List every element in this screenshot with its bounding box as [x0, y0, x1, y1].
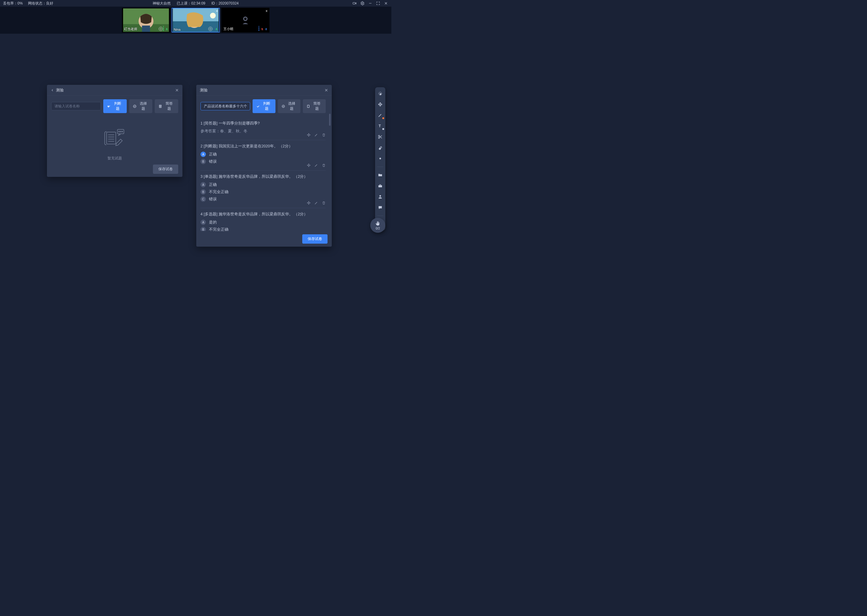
video-name: 王小明 — [223, 27, 233, 31]
laser-dot-icon[interactable] — [377, 155, 383, 162]
close-icon[interactable]: ✕ — [175, 88, 179, 93]
packet-loss: 丢包率：0% — [3, 1, 22, 6]
move-question-icon[interactable] — [307, 201, 311, 205]
question-title: 4 [多选题] 施华洛世奇是反华品牌，所以梁鼎琪反华。 （2分） — [200, 211, 326, 217]
mic-icon — [163, 26, 168, 31]
close-window-icon[interactable] — [383, 1, 388, 6]
video-tile-teacher[interactable]: 叮当老师 — [122, 8, 170, 33]
chat-icon[interactable] — [377, 204, 383, 211]
video-name: Nina — [174, 28, 181, 31]
network-status: 网络状态：良好 — [28, 1, 53, 6]
tab-choice[interactable]: 选择题 — [278, 99, 301, 113]
pencil-icon[interactable] — [377, 112, 383, 118]
option-row[interactable]: B不完全正确 — [200, 227, 326, 231]
question-block: 4 [多选题] 施华洛世奇是反华品牌，所以梁鼎琪反华。 （2分）A是的B不完全正… — [200, 208, 326, 231]
close-icon[interactable]: ✕ — [325, 88, 328, 93]
folder-icon[interactable] — [377, 172, 383, 178]
option-label: 错误 — [209, 159, 217, 164]
question-title: 3 [单选题] 施华洛世奇是反华品牌，所以梁鼎琪反华。 （2分） — [200, 174, 326, 179]
tile-close-icon[interactable]: × — [216, 9, 218, 13]
svg-rect-16 — [216, 28, 217, 30]
option-row[interactable]: A正确 — [200, 182, 326, 187]
question-block: 2 [判断题] 我国宪法上一次更新是在2020年。 （2分）A正确B错误 — [200, 140, 326, 171]
raise-hand-button[interactable]: 0/2 — [370, 218, 385, 233]
mic-icon — [259, 26, 268, 31]
svg-rect-27 — [107, 132, 116, 144]
empty-text: 暂无试题 — [107, 156, 122, 161]
option-label: 错误 — [209, 197, 217, 202]
save-paper-button[interactable]: 保存试卷 — [153, 165, 178, 174]
option-letter: B — [200, 159, 206, 164]
svg-text:T: T — [160, 105, 161, 107]
camera-toggle-icon[interactable] — [352, 1, 357, 6]
video-strip: 叮当老师 × Nina × 王小明 — [0, 6, 391, 34]
svg-point-14 — [210, 13, 216, 18]
question-actions — [307, 163, 326, 167]
edit-question-icon[interactable] — [314, 163, 318, 167]
svg-point-43 — [379, 158, 381, 159]
option-label: 不完全正确 — [209, 190, 229, 195]
tile-close-icon[interactable]: × — [265, 9, 268, 13]
tab-short[interactable]: T简答题 — [155, 99, 178, 113]
quiz-panel-empty: 测验 ✕ 判断题 选择题 T简答题 暂无试题 保存试卷 — [47, 85, 183, 177]
svg-point-9 — [160, 28, 161, 30]
option-label: 不完全正确 — [209, 227, 229, 231]
paper-name-input[interactable] — [200, 102, 250, 110]
svg-point-34 — [120, 131, 121, 132]
svg-rect-21 — [266, 28, 267, 30]
tab-short[interactable]: 简答题 — [303, 99, 326, 113]
move-icon[interactable] — [377, 101, 383, 108]
move-question-icon[interactable] — [307, 163, 311, 167]
edit-question-icon[interactable] — [314, 133, 318, 137]
tab-judge[interactable]: 判断题 — [103, 99, 127, 113]
question-block: 3 [单选题] 施华洛世奇是反华品牌，所以梁鼎琪反华。 （2分）A正确B不完全正… — [200, 171, 326, 208]
option-row[interactable]: B不完全正确 — [200, 189, 326, 195]
question-actions — [307, 201, 326, 205]
top-bar: 丢包率：0% 网络状态：良好 神秘大自然 已上课：02:34:09 ID：202… — [0, 0, 391, 6]
minimize-icon[interactable] — [368, 1, 373, 6]
option-row[interactable]: A是的 — [200, 220, 326, 225]
option-letter: A — [200, 152, 206, 157]
option-label: 是的 — [209, 220, 217, 225]
delete-question-icon[interactable] — [322, 163, 326, 167]
back-icon[interactable] — [50, 88, 54, 92]
save-paper-button[interactable]: 保存试卷 — [302, 234, 328, 244]
user-icon[interactable] — [377, 193, 383, 200]
quiz-panel-filled: 测验 ✕ 判断题 选择题 简答题 1 [简答题] 一年四季分别是哪四季?参考答案… — [196, 85, 332, 247]
svg-rect-8 — [142, 25, 150, 32]
option-letter: B — [200, 189, 206, 195]
scissors-icon[interactable] — [377, 134, 383, 140]
video-tile-student-2[interactable]: × 王小明 — [221, 8, 270, 33]
text-icon[interactable]: T — [377, 123, 383, 129]
video-tile-student-1[interactable]: × Nina — [172, 8, 220, 33]
svg-rect-0 — [353, 2, 355, 4]
paper-name-input[interactable] — [51, 102, 101, 110]
svg-point-33 — [118, 131, 120, 132]
svg-rect-10 — [167, 28, 167, 30]
svg-point-15 — [210, 28, 211, 30]
tab-judge[interactable]: 判断题 — [252, 99, 276, 113]
edit-question-icon[interactable] — [314, 201, 318, 205]
toolbox-icon[interactable] — [377, 182, 383, 189]
move-question-icon[interactable] — [307, 133, 311, 137]
award-icon — [159, 27, 163, 31]
scrollbar[interactable] — [329, 114, 331, 126]
maximize-icon[interactable] — [376, 1, 380, 6]
cursor-click-icon[interactable] — [377, 90, 383, 97]
option-letter: A — [200, 220, 206, 225]
eraser-icon[interactable] — [377, 145, 383, 151]
svg-point-45 — [379, 195, 381, 197]
session-id: ID：2020070324 — [211, 1, 239, 6]
option-row[interactable]: A正确 — [200, 152, 326, 157]
svg-text:T: T — [379, 124, 381, 128]
option-label: 正确 — [209, 152, 217, 157]
question-title: 2 [判断题] 我国宪法上一次更新是在2020年。 （2分） — [200, 143, 326, 149]
tab-choice[interactable]: 选择题 — [129, 99, 153, 113]
svg-rect-37 — [307, 105, 309, 107]
settings-icon[interactable] — [360, 1, 365, 6]
svg-rect-44 — [378, 185, 382, 187]
svg-point-35 — [122, 131, 123, 132]
delete-question-icon[interactable] — [322, 133, 326, 137]
delete-question-icon[interactable] — [322, 201, 326, 205]
video-name: 叮当老师 — [124, 27, 137, 31]
